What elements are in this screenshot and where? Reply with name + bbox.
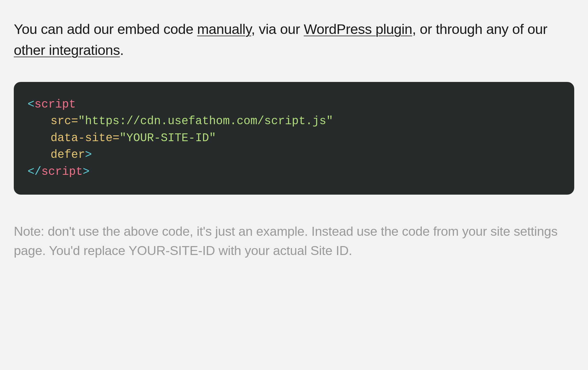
code-string-quote: ": [326, 115, 333, 128]
code-slash: /: [34, 165, 41, 178]
code-equals: =: [113, 132, 119, 145]
code-line-2: src="https://cdn.usefathom.com/script.js…: [28, 113, 560, 130]
code-angle-bracket: <: [28, 98, 34, 111]
intro-paragraph: You can add our embed code manually, via…: [14, 19, 574, 60]
code-string-quote: ": [209, 132, 216, 145]
code-string-site-id: YOUR-SITE-ID: [126, 132, 209, 145]
code-line-3: data-site="YOUR-SITE-ID": [28, 130, 560, 147]
code-string-quote: ": [119, 132, 126, 145]
code-block: <script src="https://cdn.usefathom.com/s…: [14, 82, 574, 195]
code-line-1: <script: [28, 96, 560, 113]
code-string-url: https://cdn.usefathom.com/script.js: [85, 115, 326, 128]
intro-text-1: You can add our embed code: [14, 21, 197, 37]
code-angle-bracket: >: [85, 148, 92, 161]
code-angle-bracket: >: [83, 165, 90, 178]
link-wordpress-plugin[interactable]: WordPress plugin: [304, 21, 412, 37]
code-line-4: defer>: [28, 147, 560, 163]
code-string-quote: ": [78, 115, 85, 128]
note-paragraph: Note: don't use the above code, it's jus…: [14, 222, 574, 260]
code-equals: =: [71, 115, 78, 128]
code-attr-defer: defer: [51, 148, 85, 161]
code-tag-name: script: [41, 165, 83, 178]
intro-text-4: .: [120, 42, 124, 58]
code-attr-data-site: data-site: [51, 132, 113, 145]
link-other-integrations[interactable]: other integrations: [14, 42, 120, 58]
code-angle-bracket: <: [28, 165, 34, 178]
link-manually[interactable]: manually: [197, 21, 251, 37]
intro-text-3: , or through any of our: [412, 21, 548, 37]
code-tag-name: script: [34, 98, 76, 111]
code-attr-src: src: [51, 115, 71, 128]
code-line-5: </script>: [28, 164, 560, 180]
intro-text-2: , via our: [251, 21, 304, 37]
